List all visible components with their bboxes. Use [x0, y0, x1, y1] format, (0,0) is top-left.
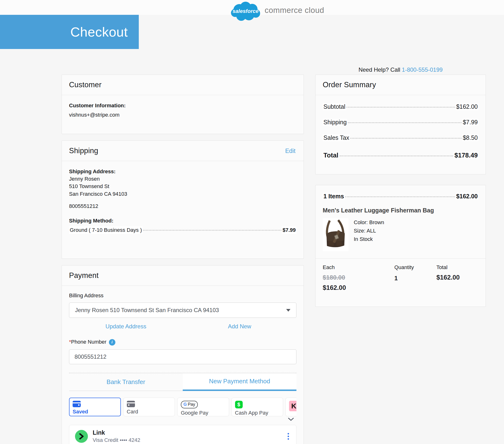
help-phone-link[interactable]: 1-800-555-0199 — [402, 66, 443, 73]
dotted-leader — [340, 156, 453, 156]
shipping-address-street: 510 Townsend St — [69, 183, 296, 190]
update-address-link[interactable]: Update Address — [106, 323, 146, 330]
payment-method-tiles: Saved Card GPay Google Pay $ Cash App Pa… — [69, 398, 296, 416]
order-summary-title: Order Summary — [323, 80, 376, 89]
tab-bank-transfer[interactable]: Bank Transfer — [69, 373, 183, 391]
commerce-cloud-logo: salesforce commerce cloud — [230, 1, 330, 21]
order-summary-header: Order Summary — [316, 75, 486, 95]
shipping-method-name: Ground ( 7-10 Business Days ) — [69, 226, 143, 234]
subtotal-value: $162.00 — [455, 103, 478, 110]
divider — [316, 258, 486, 259]
checkout-banner: Checkout — [0, 15, 139, 49]
dotted-leader — [347, 107, 455, 108]
dotted-leader — [350, 138, 462, 139]
kebab-dot — [288, 438, 289, 440]
saved-link-payment-row[interactable]: Link Visa Credit •••• 4242 — [69, 425, 296, 444]
shipping-card: Shipping Edit Shipping Address: Jenny Ro… — [62, 141, 304, 259]
items-count-value: $162.00 — [455, 193, 478, 200]
sales-tax-value: $8.50 — [462, 134, 478, 141]
customer-card: Customer Customer Information: vishnus+@… — [62, 74, 304, 134]
saved-card-details: Visa Credit •••• 4242 — [93, 437, 140, 443]
payment-method-saved[interactable]: Saved — [69, 398, 121, 416]
saved-wallet-name: Link — [93, 429, 140, 436]
customer-title: Customer — [69, 80, 102, 89]
more-payment-methods-button[interactable] — [286, 418, 296, 421]
shipping-cost-value: $7.99 — [462, 119, 478, 126]
page-title: Checkout — [70, 24, 128, 40]
phone-number-input[interactable] — [69, 349, 296, 364]
shipping-address-name: Jenny Rosen — [69, 175, 296, 183]
payment-card-header: Payment — [62, 265, 304, 286]
dotted-leader — [345, 196, 455, 197]
sales-tax-label: Sales Tax — [323, 134, 350, 141]
total-value: $178.49 — [454, 152, 478, 159]
shipping-method-price: $7.99 — [282, 226, 296, 234]
shipping-address-city: San Francisco CA 94103 — [69, 190, 296, 198]
each-price: $162.00 — [323, 284, 394, 292]
each-label: Each — [323, 264, 394, 271]
payment-method-label: Card — [127, 409, 172, 415]
payment-method-klarna[interactable]: K — [286, 398, 296, 416]
payment-tabs: Bank Transfer New Payment Method — [69, 373, 296, 391]
kebab-dot — [288, 433, 289, 434]
add-new-address-link[interactable]: Add New — [228, 323, 251, 330]
shipping-address-label: Shipping Address: — [69, 168, 296, 175]
saved-card-menu-button[interactable] — [286, 432, 290, 441]
shipping-phone: 8005551212 — [69, 203, 296, 210]
shipping-method-label: Shipping Method: — [69, 217, 296, 224]
product-color: Color: Brown — [354, 218, 384, 226]
payment-method-label: Google Pay — [181, 410, 225, 416]
salesforce-cloud-icon: salesforce — [230, 1, 261, 21]
card-icon — [127, 401, 135, 407]
payment-method-google-pay[interactable]: GPay Google Pay — [177, 398, 229, 416]
customer-card-header: Customer — [62, 75, 304, 95]
need-help-line: Need Help? Call 1-800-555-0199 — [315, 66, 486, 73]
saved-card-icon — [72, 401, 81, 407]
items-card: 1 Items $162.00 Men's Leather Luggage Fi… — [315, 185, 486, 307]
payment-title: Payment — [69, 271, 99, 280]
klarna-icon: K — [289, 401, 296, 411]
each-original-price: $180.00 — [323, 274, 394, 281]
shipping-edit-link[interactable]: Edit — [285, 148, 295, 154]
product-name: Men's Leather Luggage Fisherman Bag — [323, 207, 478, 214]
billing-address-value: Jenny Rosen 510 Townsend St San Francisc… — [75, 307, 219, 314]
salesforce-logo-text: salesforce — [233, 8, 259, 14]
product-image — [323, 218, 348, 252]
info-icon[interactable]: i — [109, 339, 115, 346]
link-wallet-icon — [75, 430, 88, 443]
chevron-down-icon — [286, 309, 290, 312]
line-total-value: $162.00 — [436, 274, 478, 281]
dotted-leader — [348, 122, 462, 123]
quantity-label: Quantity — [394, 264, 436, 271]
tab-new-payment-method[interactable]: New Payment Method — [183, 373, 296, 391]
cash-app-icon: $ — [235, 401, 243, 408]
commerce-cloud-label: commerce cloud — [265, 6, 324, 15]
shipping-title: Shipping — [69, 147, 98, 155]
billing-address-select[interactable]: Jenny Rosen 510 Townsend St San Francisc… — [69, 302, 296, 318]
billing-address-label: Billing Address — [69, 293, 296, 299]
subtotal-label: Subtotal — [323, 103, 346, 110]
items-count-label: 1 Items — [323, 193, 345, 200]
dotted-leader — [143, 230, 281, 231]
product-stock-status: In Stock — [354, 235, 384, 243]
customer-email: vishnus+@stripe.com — [69, 111, 296, 119]
payment-method-label: Cash App Pay — [235, 410, 280, 416]
payment-method-cash-app-pay[interactable]: $ Cash App Pay — [232, 398, 283, 416]
total-label: Total — [323, 152, 339, 159]
payment-method-label: Saved — [72, 409, 117, 415]
product-size: Size: ALL — [354, 226, 384, 235]
need-help-text: Need Help? Call — [359, 66, 402, 73]
phone-number-label: Phone Number — [71, 339, 107, 345]
chevron-down-icon — [288, 418, 294, 421]
google-pay-icon: GPay — [181, 401, 198, 408]
customer-info-label: Customer Information: — [69, 102, 296, 109]
quantity-value: 1 — [394, 275, 436, 282]
shipping-cost-label: Shipping — [323, 119, 347, 126]
payment-card: Payment Billing Address Jenny Rosen 510 … — [62, 265, 304, 444]
kebab-dot — [288, 436, 289, 437]
line-total-label: Total — [436, 264, 478, 271]
order-summary-card: Order Summary Subtotal $162.00 Shipping … — [315, 74, 486, 174]
shipping-card-header: Shipping Edit — [62, 141, 304, 161]
required-mark: * — [69, 339, 71, 345]
payment-method-card[interactable]: Card — [123, 398, 175, 416]
